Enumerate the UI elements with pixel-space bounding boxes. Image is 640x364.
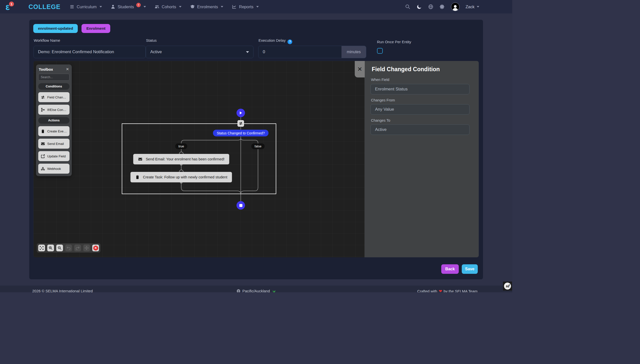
chevron-down-icon <box>100 6 102 8</box>
swap-arrows-icon <box>41 95 45 100</box>
branch-icon <box>41 108 45 112</box>
zoom-out-button[interactable] <box>56 244 63 251</box>
undo-button[interactable] <box>65 244 72 251</box>
nav-item-reports[interactable]: Reports <box>232 4 259 9</box>
create-task-node[interactable]: Create Task: Follow up with newly confir… <box>131 172 232 182</box>
browser-viewport: ε 1 COLLEGE Curriculum Students ! Cohort… <box>0 0 512 292</box>
app-logo[interactable]: ε 1 <box>6 1 17 12</box>
branch-true-label: true <box>175 144 187 149</box>
toolbox-item-webhook[interactable]: Webhook <box>38 164 70 174</box>
nav-item-enrolments[interactable]: Enrolments <box>190 4 223 9</box>
chevron-down-icon <box>179 6 182 8</box>
nav-item-curriculum[interactable]: Curriculum <box>70 4 102 9</box>
zoom-out-icon <box>58 246 62 250</box>
avatar[interactable] <box>451 2 459 11</box>
credit-text: Crafted with ❤ by the SELMA Team <box>417 289 477 292</box>
webhook-icon <box>41 167 45 171</box>
chart-icon <box>232 4 237 9</box>
panel-title: Field Changed Condition <box>372 66 440 73</box>
workflow-editor-card: enrolment-updated Enrolment Workflow Nam… <box>29 20 483 279</box>
toolbox-close-icon[interactable]: ✕ <box>66 67 69 72</box>
chevron-down-icon <box>256 6 259 8</box>
zoom-in-button[interactable] <box>47 244 54 251</box>
menu-icon <box>70 4 75 9</box>
search-icon[interactable] <box>405 4 410 10</box>
symfony-profiler-badge[interactable]: sf <box>503 282 512 290</box>
flow-start-node[interactable] <box>237 109 245 117</box>
back-button[interactable]: Back <box>441 264 459 274</box>
canvas-toolbar: ✕ <box>37 243 101 252</box>
nav-item-cohorts[interactable]: Cohorts <box>155 4 182 9</box>
move-icon <box>85 246 89 250</box>
fit-view-button[interactable] <box>38 244 45 251</box>
toolbox-item-if-else[interactable]: If/Else Con… <box>38 105 70 115</box>
when-field-input[interactable]: Enrolment Status <box>370 84 469 94</box>
tag-entity: Enrolment <box>82 24 110 33</box>
run-once-label: Run Once Per Entity <box>377 40 411 44</box>
play-icon <box>239 111 243 115</box>
condition-settings-panel: Field Changed Condition When Field Enrol… <box>364 61 479 257</box>
undo-icon <box>67 246 71 250</box>
redo-button[interactable] <box>74 244 81 251</box>
save-button[interactable]: Save <box>462 264 478 274</box>
chevron-down-icon <box>221 6 223 8</box>
leaf-icon <box>272 289 276 292</box>
tag-trigger: enrolment-updated <box>33 24 78 33</box>
main-nav: Curriculum Students ! Cohorts Enrolments <box>70 4 259 9</box>
field-changed-node-icon[interactable] <box>238 120 244 127</box>
chevron-down-icon <box>144 6 146 8</box>
redo-icon <box>76 246 80 250</box>
toolbox-item-field-changed[interactable]: Field Chan… <box>38 92 70 102</box>
toolbox-panel: Toolbox ✕ Conditions Field Chan… If/Else… <box>36 64 72 176</box>
help-icon[interactable]: ? <box>288 40 292 44</box>
execution-delay-input[interactable]: 0 minutes <box>258 46 366 58</box>
graduation-cap-icon <box>190 4 195 9</box>
clipboard-icon <box>41 129 45 134</box>
flow-canvas[interactable]: Status Changed to Confirmed? true false … <box>34 61 364 257</box>
changes-from-input[interactable]: Any Value <box>370 104 469 115</box>
clipboard-icon <box>135 175 140 180</box>
envelope-icon <box>138 157 143 162</box>
execution-delay-label: Execution Delay? <box>259 38 292 43</box>
dark-mode-toggle-icon[interactable] <box>416 4 422 10</box>
changes-from-label: Changes From <box>371 98 395 102</box>
zoom-in-icon <box>49 246 53 250</box>
gear-icon[interactable] <box>439 4 445 10</box>
flow-end-node[interactable] <box>237 201 245 210</box>
send-email-node[interactable]: Send Email: Your enrolment has been conf… <box>133 154 229 164</box>
edit-icon <box>41 154 45 158</box>
condition-node[interactable]: Status Changed to Confirmed? <box>213 130 269 136</box>
chevron-down-icon <box>246 51 249 53</box>
copyright-text: 2026 © SELMA International Limited <box>32 289 93 292</box>
symfony-logo-icon: sf <box>504 282 511 290</box>
branch-false-label: false <box>251 144 265 149</box>
when-field-label: When Field <box>371 78 389 82</box>
workflow-name-input[interactable]: Demo: Enrolment Confirmed Notification <box>34 46 146 58</box>
panel-close-button[interactable]: ✕ <box>355 61 365 78</box>
delete-icon: ✕ <box>93 246 98 250</box>
changes-to-label: Changes To <box>371 118 390 122</box>
fit-view-icon <box>40 246 44 250</box>
toolbox-title: Toolbox <box>39 67 53 72</box>
toolbox-item-send-email[interactable]: Send Email <box>38 139 70 149</box>
user-menu[interactable]: Zack <box>465 4 479 9</box>
run-once-checkbox[interactable] <box>377 48 383 54</box>
nav-item-students[interactable]: Students ! <box>111 4 146 9</box>
toolbox-search-input[interactable] <box>38 74 70 81</box>
toolbox-section-conditions: Conditions <box>38 83 70 90</box>
top-navbar: ε 1 COLLEGE Curriculum Students ! Cohort… <box>0 0 512 14</box>
globe-icon[interactable] <box>428 4 433 10</box>
chevron-down-icon <box>477 6 479 8</box>
changes-to-input[interactable]: Active <box>370 124 469 135</box>
swap-arrows-icon <box>239 122 243 126</box>
toolbox-item-update-field[interactable]: Update Field <box>38 151 70 161</box>
pan-button[interactable] <box>83 244 90 251</box>
status-select[interactable]: Active <box>146 46 254 58</box>
toolbox-item-create-event[interactable]: Create Eve… <box>38 126 70 136</box>
person-icon <box>111 4 116 9</box>
delete-button[interactable]: ✕ <box>92 244 99 251</box>
students-alert-badge: ! <box>136 3 141 7</box>
avatar-silhouette-icon <box>452 4 458 11</box>
workflow-name-label: Workflow Name <box>34 38 60 42</box>
toolbox-section-actions: Actions <box>38 117 70 124</box>
